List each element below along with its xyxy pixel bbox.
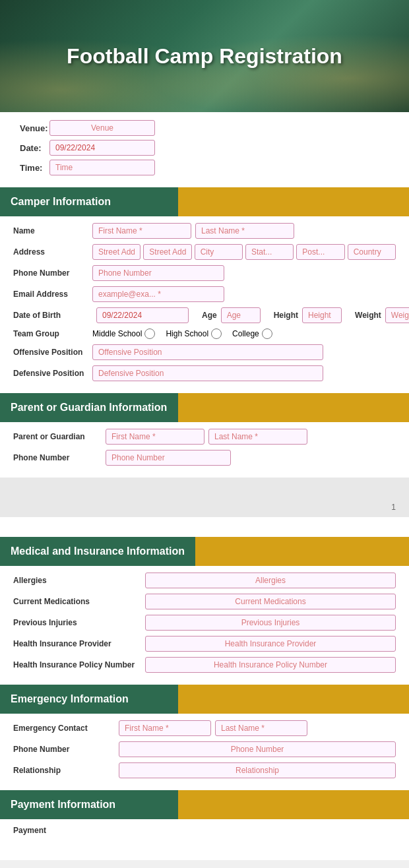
medical-form: Allergies Current Medications Previous I… — [0, 566, 409, 685]
state-input[interactable] — [245, 244, 294, 260]
relationship-label: Relationship — [13, 766, 119, 775]
email-row: Email Address — [13, 286, 396, 302]
meta-section: Venue: Date: Time: — [0, 112, 409, 187]
guardian-phone-input[interactable] — [106, 450, 231, 466]
team-group-row: Team Group Middle School High School Col… — [13, 328, 396, 339]
guardian-last-name-input[interactable] — [208, 429, 307, 445]
emergency-phone-input[interactable] — [119, 741, 396, 757]
time-row: Time: — [20, 160, 389, 175]
date-input[interactable] — [49, 140, 155, 156]
middle-school-label: Middle School — [92, 329, 142, 338]
name-row: Name — [13, 223, 396, 239]
dob-group: Date of Birth — [13, 307, 189, 323]
guardian-phone-row: Phone Number — [13, 450, 396, 466]
insurance-policy-input[interactable] — [145, 657, 396, 673]
offensive-position-input[interactable] — [92, 344, 323, 360]
guardian-section-header: Parent or Guardian Information — [0, 393, 409, 422]
guardian-section-title: Parent or Guardian Information — [0, 393, 178, 422]
street1-input[interactable] — [92, 244, 141, 260]
injuries-row: Previous Injuries — [13, 615, 396, 631]
high-school-radio[interactable] — [211, 328, 222, 339]
time-label: Time: — [20, 163, 49, 173]
college-label: College — [232, 329, 259, 338]
college-option: College — [232, 328, 272, 339]
dob-input[interactable] — [96, 307, 189, 323]
page-2: Medical and Insurance Information Allerg… — [0, 530, 409, 860]
insurance-policy-row: Health Insurance Policy Number — [13, 657, 396, 673]
guardian-phone-label: Phone Number — [13, 453, 106, 462]
emergency-form: Emergency Contact Phone Number Relations… — [0, 714, 409, 790]
emergency-section-title: Emergency Information — [0, 685, 178, 714]
college-radio[interactable] — [262, 328, 272, 339]
email-input[interactable] — [92, 286, 224, 302]
camper-phone-label: Phone Number — [13, 268, 92, 278]
camper-form: Name Address Phone Number E — [0, 216, 409, 393]
payment-section-header: Payment Information — [0, 790, 409, 819]
guardian-form: Parent or Guardian Phone Number — [0, 422, 409, 478]
guardian-name-inputs — [106, 429, 307, 445]
offensive-position-label: Offensive Position — [13, 348, 92, 357]
age-input[interactable] — [221, 307, 261, 323]
height-group: Height — [274, 307, 342, 323]
camper-section-title: Camper Information — [0, 187, 178, 216]
address-inputs — [92, 244, 396, 260]
age-label: Age — [202, 311, 217, 320]
insurance-provider-row: Health Insurance Provider — [13, 636, 396, 652]
camper-phone-row: Phone Number — [13, 265, 396, 281]
name-label: Name — [13, 226, 92, 235]
high-school-label: High School — [166, 329, 208, 338]
weight-input[interactable] — [385, 307, 409, 323]
last-name-input[interactable] — [195, 223, 294, 239]
insurance-provider-label: Health Insurance Provider — [13, 639, 145, 648]
page-1: Football Camp Registration Venue: Date: … — [0, 0, 409, 530]
allergies-label: Allergies — [13, 576, 145, 585]
guardian-name-row: Parent or Guardian — [13, 429, 396, 445]
email-label: Email Address — [13, 290, 92, 299]
relationship-input[interactable] — [119, 762, 396, 778]
emergency-section-gold — [178, 685, 409, 714]
venue-input[interactable] — [49, 120, 155, 136]
allergies-input[interactable] — [145, 573, 396, 588]
medical-section-gold — [195, 537, 409, 566]
payment-section-title: Payment Information — [0, 790, 178, 819]
camper-section-header: Camper Information — [0, 187, 409, 216]
camper-phone-input[interactable] — [92, 265, 224, 281]
defensive-position-label: Defensive Position — [13, 369, 92, 378]
allergies-row: Allergies — [13, 573, 396, 588]
emergency-name-inputs — [119, 720, 307, 736]
team-group-label: Team Group — [13, 329, 92, 338]
date-label: Date: — [20, 143, 49, 153]
city-input[interactable] — [195, 244, 243, 260]
medical-section-header: Medical and Insurance Information — [0, 537, 409, 566]
medications-input[interactable] — [145, 594, 396, 609]
height-input[interactable] — [302, 307, 342, 323]
payment-label: Payment — [13, 826, 92, 835]
relationship-row: Relationship — [13, 762, 396, 778]
country-input[interactable] — [348, 244, 396, 260]
offensive-position-row: Offensive Position — [13, 344, 396, 360]
first-name-input[interactable] — [92, 223, 191, 239]
guardian-first-name-input[interactable] — [106, 429, 204, 445]
emergency-last-name-input[interactable] — [215, 720, 307, 736]
camper-section-gold — [178, 187, 409, 216]
emergency-first-name-input[interactable] — [119, 720, 211, 736]
guardian-section-gold — [178, 393, 409, 422]
medications-row: Current Medications — [13, 594, 396, 609]
payment-section-gold — [178, 790, 409, 819]
defensive-position-row: Defensive Position — [13, 365, 396, 381]
high-school-option: High School — [166, 328, 222, 339]
page-title: Football Camp Registration — [67, 44, 342, 69]
time-input[interactable] — [49, 160, 155, 175]
address-label: Address — [13, 247, 92, 257]
medications-label: Current Medications — [13, 597, 145, 606]
injuries-input[interactable] — [145, 615, 396, 631]
weight-label: Weight — [355, 311, 381, 320]
middle-school-radio[interactable] — [144, 328, 155, 339]
header-banner: Football Camp Registration — [0, 0, 409, 112]
guardian-name-label: Parent or Guardian — [13, 432, 106, 441]
postal-input[interactable] — [296, 244, 344, 260]
street2-input[interactable] — [143, 244, 191, 260]
defensive-position-input[interactable] — [92, 365, 323, 381]
insurance-provider-input[interactable] — [145, 636, 396, 652]
medical-section-title: Medical and Insurance Information — [0, 537, 195, 566]
